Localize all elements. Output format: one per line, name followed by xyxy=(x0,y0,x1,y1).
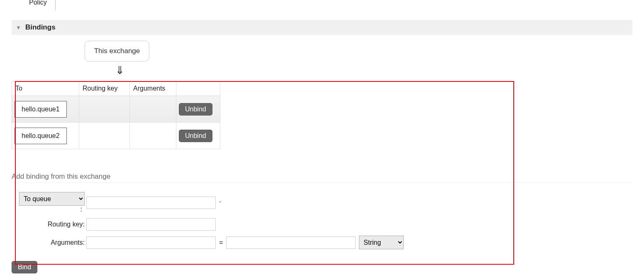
divider xyxy=(55,0,56,10)
routing-key-input[interactable] xyxy=(86,218,216,231)
destination-name-input[interactable] xyxy=(86,197,216,209)
label-arguments: Arguments: xyxy=(12,239,86,246)
section-header-bindings[interactable]: ▼ Bindings xyxy=(12,20,632,35)
label-policy: Policy xyxy=(29,0,51,6)
cell-routing-key xyxy=(79,123,130,149)
queue-link[interactable]: hello.queue1 xyxy=(15,101,67,118)
equals-sign: = xyxy=(219,239,223,246)
argument-value-input[interactable] xyxy=(226,236,356,249)
unbind-button[interactable]: Unbind xyxy=(179,103,212,116)
colon: : xyxy=(80,206,82,213)
bindings-table: To Routing key Arguments hello.queue1 Un… xyxy=(12,81,220,149)
add-binding-form: To queue : * Routing key: Arguments: = xyxy=(12,192,632,249)
queue-link[interactable]: hello.queue2 xyxy=(15,128,67,144)
cell-arguments xyxy=(130,123,176,149)
section-title: Bindings xyxy=(25,23,56,32)
table-row: hello.queue1 Unbind xyxy=(12,96,220,123)
unbind-button[interactable]: Unbind xyxy=(179,130,212,142)
th-actions xyxy=(176,81,220,96)
add-binding-heading: Add binding from this exchange xyxy=(12,172,632,183)
cell-routing-key xyxy=(79,96,130,123)
argument-type-select[interactable]: String xyxy=(359,236,404,249)
collapse-icon: ▼ xyxy=(16,25,21,31)
th-arguments: Arguments xyxy=(130,81,176,96)
destination-type-select[interactable]: To queue xyxy=(19,192,85,206)
th-to: To xyxy=(12,81,79,96)
required-icon: * xyxy=(219,199,221,206)
label-routing-key: Routing key: xyxy=(12,221,86,228)
th-routing-key: Routing key xyxy=(79,81,130,96)
down-arrow-icon: ⇓ xyxy=(115,64,632,77)
exchange-node: This exchange xyxy=(85,41,150,62)
argument-key-input[interactable] xyxy=(86,236,216,249)
bind-button[interactable]: Bind xyxy=(12,261,37,273)
cell-arguments xyxy=(130,96,176,123)
table-row: hello.queue2 Unbind xyxy=(12,123,220,149)
